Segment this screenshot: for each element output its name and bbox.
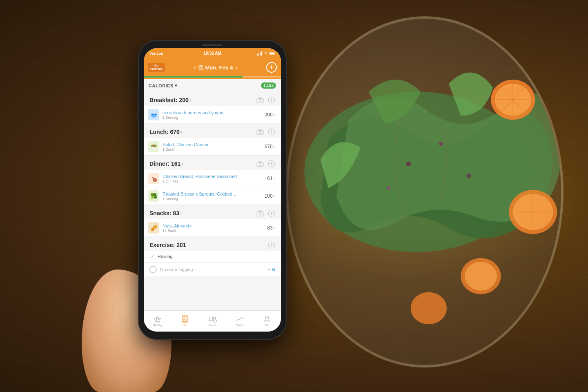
svg-point-64 [265, 316, 269, 319]
calories-header[interactable]: CALORIES ▾ 1,153 [144, 79, 281, 92]
svg-point-13 [465, 262, 497, 291]
svg-rect-36 [257, 130, 263, 135]
svg-point-17 [466, 174, 471, 178]
dinner-title-text: Dinner: 161 [149, 160, 180, 167]
dinner-camera-icon[interactable] [256, 161, 264, 167]
lunch-item-0-cal-value: 670 [265, 144, 273, 149]
tab-goals[interactable]: Goals [226, 311, 254, 332]
dinner-item-1-cal-value: 100 [265, 193, 273, 199]
lunch-section-header: Lunch: 670 › [144, 124, 281, 138]
snacks-title-text: Snacks: 83 [149, 210, 179, 216]
status-icons [257, 51, 275, 56]
lunch-add-icon[interactable] [268, 128, 275, 136]
progress-section [144, 76, 281, 79]
dinner-item-0-details: Chicken Breast, Rotisserie Seasoned 2 Ou… [163, 174, 267, 183]
dinner-add-icon[interactable] [268, 160, 275, 167]
lunch-item-0-icon: 🥗 [148, 141, 159, 152]
wifi-icon [264, 52, 268, 55]
done-logging-row[interactable]: I'm done logging Edit [144, 262, 281, 276]
premium-button[interactable]: Go Premium [148, 63, 165, 72]
breakfast-item-0[interactable]: 🥣 cereals with berries and yogurt 1 Serv… [144, 106, 281, 124]
snacks-item-0[interactable]: 🥜 Nuts, Almonds 12 Each 83 › [144, 219, 281, 237]
tab-log[interactable]: Log [171, 311, 198, 332]
tab-me[interactable]: Me [254, 311, 281, 332]
snacks-item-0-calories: 83 › [267, 225, 275, 231]
svg-rect-48 [257, 212, 263, 216]
volume-up-button [137, 90, 139, 102]
breakfast-section-header: Breakfast: 200 › [144, 92, 281, 106]
nav-bar: Go Premium ‹ Mon, Feb 4 › + [144, 59, 281, 76]
snacks-item-0-icon: 🥜 [148, 222, 159, 234]
progress-bar-background [144, 76, 281, 78]
social-label: Social [208, 324, 216, 327]
lunch-item-0-details: Salad, Chicken Caesar 1 Each [163, 142, 265, 151]
breakfast-item-0-chevron: › [274, 113, 275, 117]
lunch-camera-icon[interactable] [256, 129, 264, 135]
snacks-title[interactable]: Snacks: 83 › [149, 210, 182, 216]
snacks-item-0-name: Nuts, Almonds [163, 223, 267, 228]
lunch-item-0-chevron: › [274, 145, 275, 149]
breakfast-item-0-icon: 🥣 [148, 109, 159, 120]
svg-rect-20 [258, 53, 259, 56]
snacks-camera-icon[interactable] [256, 210, 264, 216]
breakfast-item-0-details: cereals with berries and yogurt 1 Servin… [163, 110, 265, 120]
log-label: Log [183, 324, 187, 327]
dinner-item-1[interactable]: 🥦 Roasted Brussels Sprouts, Cooked... 1 … [144, 187, 281, 205]
speaker [202, 44, 223, 46]
lunch-title[interactable]: Lunch: 670 › [149, 129, 182, 135]
done-logging-left: I'm done logging [149, 266, 193, 273]
tab-social[interactable]: Social [198, 311, 226, 332]
exercise-item-name: Rowing [158, 254, 271, 259]
dinner-item-1-icon: 🥦 [148, 190, 159, 202]
prev-date-button[interactable]: ‹ [194, 64, 196, 71]
dinner-item-0[interactable]: 🍗 Chicken Breast, Rotisserie Seasoned 2 … [144, 170, 281, 187]
exercise-title[interactable]: Exercise: 201 [149, 242, 186, 248]
dinner-item-1-serving: 1 Serving [163, 197, 265, 201]
add-entry-button[interactable]: + [266, 62, 277, 73]
done-logging-text: I'm done logging [160, 267, 193, 272]
next-date-button[interactable]: › [235, 64, 237, 71]
signal-icon [257, 51, 262, 56]
snacks-item-0-chevron: › [274, 226, 275, 230]
lunch-item-0[interactable]: 🥗 Salad, Chicken Caesar 1 Each 670 › [144, 138, 281, 156]
log-icon [180, 316, 189, 323]
svg-point-37 [259, 131, 261, 134]
breakfast-item-0-name: cereals with berries and yogurt [163, 110, 265, 115]
calories-label-container: CALORIES ▾ [149, 83, 177, 88]
tab-my-day[interactable]: My Day [144, 311, 171, 332]
progress-bar-fill [144, 76, 243, 78]
breakfast-title[interactable]: Breakfast: 200 › [149, 97, 191, 103]
snacks-add-icon[interactable] [268, 209, 275, 217]
svg-point-16 [439, 142, 443, 146]
lunch-title-text: Lunch: 670 [149, 129, 180, 135]
dinner-item-0-calories: 61 › [267, 176, 275, 181]
svg-rect-25 [270, 53, 274, 54]
status-bar: Verizon 10:32 AM [144, 48, 281, 59]
dinner-title[interactable]: Dinner: 161 › [149, 160, 183, 167]
exercise-add-icon[interactable] [268, 241, 275, 249]
svg-rect-30 [257, 98, 263, 103]
breakfast-add-icon[interactable] [268, 96, 275, 104]
svg-point-62 [209, 317, 213, 320]
snacks-item-0-cal-value: 83 [267, 225, 272, 231]
svg-rect-26 [199, 66, 203, 69]
calories-text: CALORIES [149, 83, 174, 88]
snacks-item-0-serving: 12 Each [163, 229, 267, 233]
svg-rect-19 [257, 54, 258, 56]
svg-rect-60 [183, 318, 187, 318]
exercise-item-rowing[interactable]: Rowing --- [144, 251, 281, 262]
svg-point-49 [259, 212, 261, 215]
breakfast-camera-icon[interactable] [256, 97, 264, 103]
exercise-icons [268, 241, 275, 249]
done-logging-edit[interactable]: Edit [267, 267, 275, 272]
svg-point-15 [406, 161, 411, 166]
food-log-content: Breakfast: 200 › [144, 92, 281, 276]
lunch-item-0-serving: 1 Each [163, 147, 265, 151]
social-icon [208, 316, 217, 323]
current-date[interactable]: Mon, Feb 4 [198, 65, 233, 71]
tab-bar: My Day Log [144, 310, 281, 332]
done-logging-circle [149, 266, 157, 273]
breakfast-item-0-calories: 200 › [265, 112, 275, 118]
exercise-section-header: Exercise: 201 [144, 237, 281, 251]
my-day-icon [153, 316, 162, 323]
